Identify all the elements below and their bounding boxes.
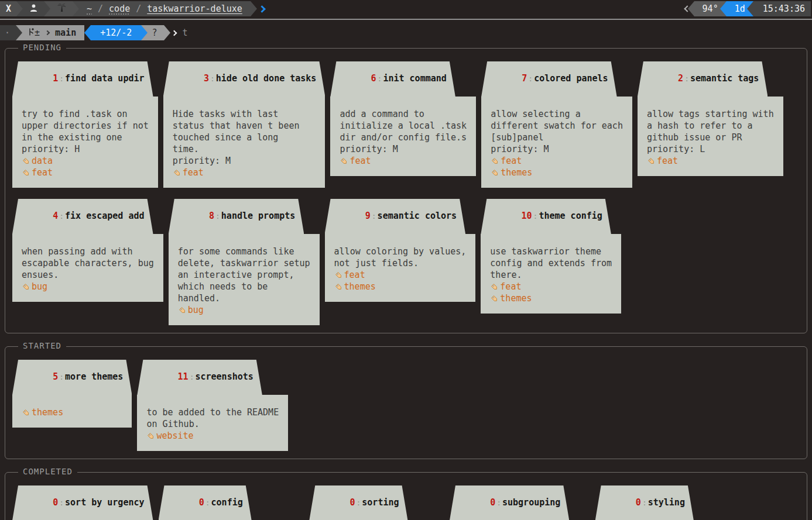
chevron-right-icon	[45, 30, 50, 35]
weather-value: 94°	[703, 4, 718, 14]
board-section: COMPLETED 0:sort by urgency priority: Hf…	[5, 472, 807, 520]
task-id: 6	[371, 73, 376, 84]
task-title: more themes	[65, 371, 123, 382]
tag-icon	[178, 306, 187, 315]
card-row: 1:find data updir try to find .task onup…	[12, 61, 800, 188]
task-card-tab: 8:handle prompts	[169, 199, 304, 234]
task-id: 7	[522, 73, 527, 84]
task-tag: bug	[178, 304, 310, 316]
duration-value: 1d	[735, 4, 745, 14]
task-text-line: initialize a local .task	[340, 120, 467, 132]
task-card: 3:hide old done tasks Hide tasks with la…	[163, 61, 326, 188]
task-text-line: on Github.	[146, 418, 279, 430]
task-text-line: use taskwarrior theme	[490, 246, 612, 257]
git-branch-name: main	[55, 27, 76, 38]
task-card-body: try to find .task onupper directories if…	[12, 97, 158, 188]
path-current-dir: taskwarrior-deluxe	[147, 4, 242, 14]
leader-dot: ·	[5, 27, 10, 38]
task-card-tab: 11:screenshots	[137, 360, 262, 395]
task-card-tab: 6:init command	[330, 61, 455, 97]
task-title: theme config	[539, 211, 602, 221]
task-title: styling	[648, 497, 685, 508]
task-card: 0:subgrouping allow to add anothersectio…	[450, 485, 590, 520]
git-diff-value: +12/-2	[100, 27, 132, 38]
task-card-body: add a command toinitialize a local .task…	[330, 97, 476, 176]
task-tag: themes	[490, 292, 612, 304]
task-text-line: an interactive prompt,	[178, 269, 310, 281]
task-text-line: for some commands like	[178, 246, 310, 257]
task-id-separator: :	[189, 373, 196, 381]
task-card: 2:semantic tags allow tags starting with…	[638, 61, 783, 176]
task-tag: themes	[334, 281, 467, 292]
task-text-line: priority: M	[340, 143, 467, 155]
tag-label: themes	[501, 167, 532, 178]
path-separator: /	[130, 4, 147, 14]
tag-label: data	[32, 155, 53, 167]
task-text-line: status that haven t been	[173, 120, 316, 132]
task-text-line: time.	[173, 143, 316, 155]
path-separator: /	[92, 4, 109, 14]
task-card-tab: 0:sorting	[309, 485, 407, 520]
task-text-line: allow selecting a	[491, 108, 623, 120]
task-tag: bug	[22, 281, 154, 292]
task-id: 11	[178, 371, 189, 382]
task-id: 0	[636, 497, 641, 508]
task-title: hide old done tasks	[216, 73, 317, 84]
section-body: 1:find data updir try to find .task onup…	[12, 61, 800, 325]
task-card-tab: 7:colored panels	[481, 61, 616, 97]
task-title: handle prompts	[221, 211, 295, 221]
task-title: screenshots	[195, 371, 253, 382]
task-tag: feat	[22, 167, 149, 178]
path-home: ~	[87, 4, 92, 14]
path-dir: code	[109, 4, 130, 14]
task-id-separator: :	[58, 212, 65, 221]
task-card: 7:colored panels allow selecting adiffer…	[481, 61, 632, 188]
task-card-tab: 9:semantic colors	[325, 199, 466, 234]
task-text-line: not just fields.	[334, 257, 467, 269]
tag-label: themes	[500, 292, 532, 304]
tag-icon	[490, 294, 499, 303]
git-plusminus: ±	[35, 27, 40, 38]
command-input[interactable]: t	[182, 27, 187, 38]
task-card-tab: 0:sort by urgency	[12, 485, 153, 520]
task-card-tab: 3:hide old done tasks	[163, 61, 326, 97]
task-id: 3	[204, 73, 209, 84]
section-label: PENDING	[18, 43, 66, 52]
tag-icon	[22, 283, 30, 291]
task-text-line: in the existing one	[22, 132, 149, 143]
task-card-tab: 0:config	[159, 485, 252, 520]
tag-label: themes	[32, 407, 63, 418]
board-section: PENDING 1:find data updir try to find .t…	[5, 48, 807, 333]
task-text-line: priority: M	[173, 155, 316, 167]
prompt-bar-top: X ~ / code / taskwarrior-deluxe 94° 1d 1…	[0, 1, 812, 17]
task-tag: feat	[173, 167, 316, 178]
task-text-line: priority: L	[647, 143, 774, 155]
board-section: STARTED 5:more themes themes 11:screensh…	[5, 346, 807, 459]
task-card: 11:screenshots to be added to the README…	[137, 360, 288, 451]
task-title: config	[211, 497, 243, 508]
task-tag: themes	[491, 167, 623, 178]
task-card-body: allow coloring by values,not just fields…	[325, 234, 476, 302]
task-title: semantic colors	[378, 211, 457, 221]
task-text-line: github issue or PR	[647, 132, 774, 143]
task-id: 8	[209, 211, 214, 221]
card-row: 5:more themes themes 11:screenshots to b…	[12, 360, 800, 451]
task-tag: feat	[334, 269, 467, 281]
task-id: 0	[53, 497, 58, 508]
prompt-right: 94° 1d 15:43:36	[685, 1, 811, 16]
task-text-line: dir and/or config file.s	[340, 132, 467, 143]
session-segment: X	[0, 1, 16, 16]
task-card: 0:sorting allow sorting within astacker.…	[309, 485, 444, 520]
task-card-body: themes	[12, 395, 132, 428]
task-id-separator: :	[209, 74, 216, 83]
task-tag: website	[146, 430, 279, 442]
task-card: 5:more themes themes	[12, 360, 132, 428]
task-card: 0:sort by urgency priority: Hfeat	[12, 485, 153, 520]
tag-icon	[491, 168, 499, 177]
task-text-line: delete, taskwarrior setup	[178, 257, 310, 269]
task-id-separator: :	[527, 74, 534, 83]
task-text-line: ensues.	[22, 269, 154, 281]
user-icon	[29, 4, 38, 15]
tag-icon	[491, 157, 499, 166]
task-tag: feat	[491, 155, 623, 167]
